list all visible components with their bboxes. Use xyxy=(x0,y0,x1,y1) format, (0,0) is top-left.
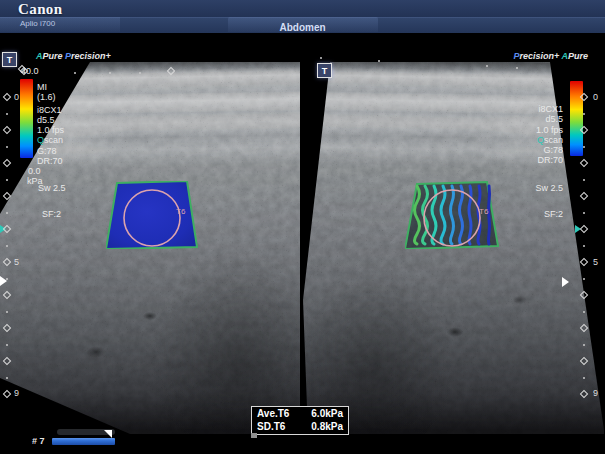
qscan-q: Q xyxy=(537,135,544,145)
roi-label: T6 xyxy=(176,207,186,216)
ruler-diamond-tick-icon xyxy=(580,258,588,266)
preset-label: Abdomen xyxy=(279,22,325,33)
ruler-diamond-tick-icon xyxy=(3,93,11,101)
depth-label-0: 0 xyxy=(14,92,19,102)
tagline-plus: + xyxy=(106,51,111,61)
qscan-rest: scan xyxy=(544,135,563,145)
transducer-label: i8CX1 xyxy=(37,105,64,115)
resize-handle[interactable] xyxy=(251,433,257,438)
measurement-value: 6.0kPa xyxy=(311,407,343,420)
cine-progress-bar[interactable] xyxy=(52,438,115,445)
ruler-dot-tick-icon xyxy=(378,60,380,62)
measurement-row: SD.T6 0.8kPa xyxy=(252,420,348,433)
ruler-dot-tick-icon xyxy=(583,179,585,181)
qscan-label: Qscan xyxy=(536,135,563,145)
ruler-dot-tick-icon xyxy=(6,245,8,247)
mi-label: MI xyxy=(37,82,64,92)
ruler-dot-tick-icon xyxy=(6,179,8,181)
measurement-label: SD.T6 xyxy=(257,420,285,433)
gain-label: G:78 xyxy=(536,145,563,155)
probe-orientation-icon: T xyxy=(2,52,17,67)
mi-value: (1.6) xyxy=(37,92,64,102)
tagline-recision: recision xyxy=(71,51,106,61)
ruler-dot-tick-icon xyxy=(516,67,518,69)
qscan-rest: scan xyxy=(44,135,63,145)
framerate-label: 1.0 fps xyxy=(37,125,64,135)
acquisition-params-left: MI (1.6) i8CX1 d5.5 1.0 fps Qscan G:78 D… xyxy=(37,82,64,166)
roi-label: T6 xyxy=(479,207,489,216)
depth-label-5: 5 xyxy=(14,257,19,267)
frame-number-label: # 7 xyxy=(32,436,45,446)
preset-tab[interactable]: Abdomen xyxy=(228,17,378,32)
ruler-dot-tick-icon xyxy=(6,146,8,148)
ruler-diamond-tick-icon xyxy=(580,192,588,200)
ruler-dot-tick-icon xyxy=(583,245,585,247)
tagline-pure: Pure xyxy=(43,51,66,61)
ruler-dot-tick-icon xyxy=(139,72,141,74)
framerate-label: 1.0 fps xyxy=(536,125,563,135)
image-area: APure Precision+ Precision+ APure T T 40… xyxy=(0,0,605,454)
ruler-diamond-tick-icon xyxy=(3,159,11,167)
propagation-roi-right[interactable]: T6 xyxy=(405,181,499,249)
depth-label-5: 5 xyxy=(593,257,598,267)
tagline-pure: Pure xyxy=(568,51,588,61)
model-label: Aplio i700 xyxy=(20,19,55,28)
qscan-q: Q xyxy=(37,135,44,145)
acquisition-params-right: i8CX1 d5.5 1.0 fps Qscan G:78 DR:70 xyxy=(536,104,563,166)
depth-label: d5.5 xyxy=(37,115,64,125)
elasto-roi-left[interactable]: T6 xyxy=(106,181,198,249)
tagline-right: Precision+ APure xyxy=(514,51,588,61)
depth-label-9: 9 xyxy=(593,388,598,398)
ruler-diamond-tick-icon xyxy=(580,159,588,167)
ruler-dot-tick-icon xyxy=(583,278,585,280)
gain-label: G:78 xyxy=(37,146,64,156)
title-bar: Abdomen Canon Aplio i700 xyxy=(0,0,605,32)
measurement-result-box[interactable]: Ave.T6 6.0kPa SD.T6 0.8kPa xyxy=(251,406,349,435)
ruler-dot-tick-icon xyxy=(6,212,8,214)
ruler-dot-tick-icon xyxy=(583,344,585,346)
ruler-dot-tick-icon xyxy=(74,72,76,74)
sw-label: Sw 2.5 xyxy=(38,183,66,193)
depth-label: d5.5 xyxy=(536,114,563,124)
measurement-label: Ave.T6 xyxy=(257,407,289,420)
cine-position-marker-icon[interactable] xyxy=(104,430,112,438)
ruler-dot-tick-icon xyxy=(6,278,8,280)
tagline-left: APure Precision+ xyxy=(36,51,111,61)
ruler-dot-tick-icon xyxy=(583,146,585,148)
elasto-colorbar-right xyxy=(570,81,583,156)
ruler-dot-tick-icon xyxy=(320,57,322,59)
canon-logo: Canon xyxy=(18,1,63,18)
colorbar-min-label: 0.0 xyxy=(28,166,41,176)
ruler-diamond-tick-icon xyxy=(3,390,11,398)
ruler-diamond-tick-icon xyxy=(580,225,588,233)
ruler-diamond-tick-icon xyxy=(3,126,11,134)
dynamic-range-label: DR:70 xyxy=(37,156,64,166)
depth-cursor-icon xyxy=(562,277,569,287)
ruler-dot-tick-icon xyxy=(6,311,8,313)
ruler-dot-tick-icon xyxy=(6,377,8,379)
sf-label: SF:2 xyxy=(544,209,563,219)
model-tab xyxy=(0,17,120,32)
probe-orientation-icon: T xyxy=(317,63,332,78)
tagline-recision: recision xyxy=(520,51,555,61)
qscan-label: Qscan xyxy=(37,135,64,145)
ruler-dot-tick-icon xyxy=(583,311,585,313)
ruler-dot-tick-icon xyxy=(6,344,8,346)
elasto-colorbar-left xyxy=(20,79,33,158)
ultrasound-screen: APure Precision+ Precision+ APure T T 40… xyxy=(0,0,605,454)
ruler-dot-tick-icon xyxy=(583,377,585,379)
transducer-label: i8CX1 xyxy=(536,104,563,114)
sw-label: Sw 2.5 xyxy=(535,183,563,193)
sf-label: SF:2 xyxy=(42,209,61,219)
ruler-dot-tick-icon xyxy=(109,72,111,74)
ruler-dot-tick-icon xyxy=(583,113,585,115)
measurement-row: Ave.T6 6.0kPa xyxy=(252,407,348,420)
depth-label-9: 9 xyxy=(14,388,19,398)
depth-label-0: 0 xyxy=(593,92,598,102)
ruler-dot-tick-icon xyxy=(6,113,8,115)
measurement-value: 0.8kPa xyxy=(311,420,343,433)
ruler-dot-tick-icon xyxy=(583,212,585,214)
ruler-dot-tick-icon xyxy=(486,65,488,67)
dynamic-range-label: DR:70 xyxy=(536,155,563,165)
